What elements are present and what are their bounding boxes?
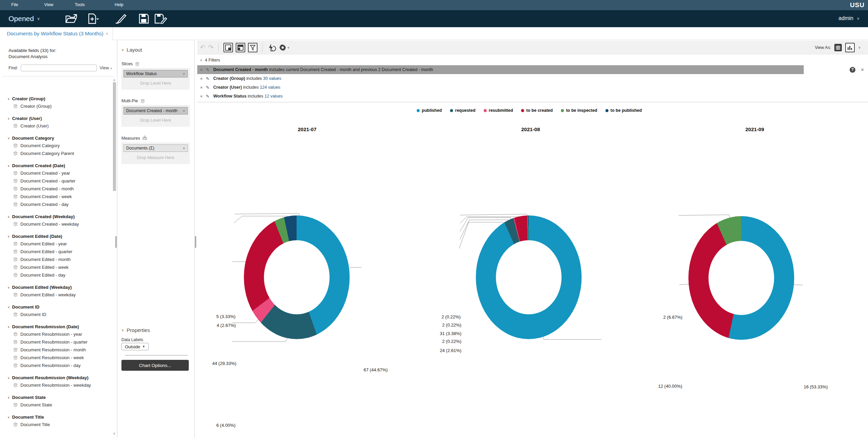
opened-dropdown[interactable]: Opened ∨ xyxy=(9,15,40,23)
scroll-down-icon[interactable]: ∨ xyxy=(112,432,116,435)
field-group-toggle[interactable]: ∨Document Title xyxy=(3,414,111,421)
field-group-toggle[interactable]: ∨Document Category xyxy=(3,135,111,142)
field-item[interactable]: Creator (User) xyxy=(3,122,111,130)
field-item[interactable]: Document Created - quarter xyxy=(3,177,111,185)
field-group-toggle[interactable]: ∨Document Resubmission (Date) xyxy=(3,323,111,330)
donut-2021-07[interactable] xyxy=(244,215,350,339)
slices-dropdown-value: Workflow Status xyxy=(126,71,157,76)
field-item[interactable]: Document Title xyxy=(3,421,111,428)
field-group-toggle[interactable]: ∨Document ID xyxy=(3,303,111,311)
chevron-down-icon[interactable]: ∨ xyxy=(858,46,861,49)
field-item[interactable]: Document Resubmission - year xyxy=(3,330,111,338)
filter-value-link[interactable]: 124 values xyxy=(260,85,280,90)
data-labels-dropdown[interactable]: Outside ▼ xyxy=(121,343,149,350)
filter-value-link[interactable]: 12 values xyxy=(265,94,283,99)
field-item[interactable]: Document Edited - month xyxy=(3,256,111,263)
field-group-toggle[interactable]: ∨Creator (User) xyxy=(3,115,111,122)
properties-section-header[interactable]: ∨ Properties xyxy=(121,327,190,333)
menu-help[interactable]: Help xyxy=(115,2,123,7)
slices-drop-zone[interactable]: Workflow Status ∨ Drop Level Here xyxy=(121,68,190,90)
help-icon[interactable]: ? xyxy=(850,67,855,73)
edit-filter-icon[interactable]: ✎ xyxy=(206,85,211,90)
view-dropdown[interactable]: View ∨ xyxy=(100,66,112,70)
layout-section-header[interactable]: ∨ Layout xyxy=(121,47,190,53)
field-item[interactable]: Document Category xyxy=(3,142,111,150)
multipie-drop-zone[interactable]: Document Created - month ∨ Drop Level He… xyxy=(121,105,190,127)
field-item[interactable]: Document Resubmission - week xyxy=(3,354,111,362)
field-group-toggle[interactable]: ∨Document Resubmission (Weekday) xyxy=(3,374,111,381)
scrollbar-thumb[interactable] xyxy=(113,82,116,191)
edit-pencil-icon[interactable] xyxy=(114,13,127,24)
field-group-toggle[interactable]: ∨Document Created (Date) xyxy=(3,162,111,169)
chart-options-button[interactable]: Chart Options... xyxy=(121,360,189,371)
filter-row-creator-user[interactable]: × ✎ Creator (User) includes 124 values xyxy=(197,83,868,92)
panel-layout-1-icon[interactable] xyxy=(223,43,233,52)
field-item[interactable]: Document Created - weekday xyxy=(3,220,111,228)
field-item[interactable]: Document Created - year xyxy=(3,169,111,177)
tab-documents-by-workflow-status[interactable]: Documents by Workflow Status (3 Months) … xyxy=(0,27,113,40)
tab-close-icon[interactable]: × xyxy=(105,31,108,36)
user-menu[interactable]: admin ∨ xyxy=(838,15,859,21)
view-as-table-icon[interactable] xyxy=(834,44,842,51)
menu-tools[interactable]: Tools xyxy=(75,2,85,7)
panel-splitter[interactable] xyxy=(115,236,117,248)
find-input[interactable] xyxy=(21,65,97,71)
view-as-chart-icon[interactable] xyxy=(845,43,855,52)
field-item[interactable]: Document Edited - year xyxy=(3,240,111,248)
remove-filter-icon[interactable]: × xyxy=(199,94,204,99)
edit-filter-icon[interactable]: ✎ xyxy=(206,67,211,72)
field-item[interactable]: Document Created - week xyxy=(3,193,111,200)
field-item[interactable]: Document Resubmission - day xyxy=(3,362,111,369)
measures-drop-zone[interactable]: Documents (Σ) ∨ Drop Measure Here xyxy=(121,142,190,164)
field-item[interactable]: Document Edited - week xyxy=(3,263,111,271)
filter-row-document-created-month[interactable]: × ✎ Document Created - month includes cu… xyxy=(197,65,804,74)
settings-menu[interactable]: ∨ xyxy=(279,44,290,51)
field-item[interactable]: Document State xyxy=(3,401,111,409)
field-item[interactable]: Document Created - day xyxy=(3,200,111,208)
save-as-icon[interactable] xyxy=(154,14,167,24)
undo-icon[interactable]: ↶ xyxy=(200,44,205,51)
remove-filter-icon[interactable]: × xyxy=(199,85,204,90)
filter-funnel-icon[interactable] xyxy=(248,43,257,52)
filters-header[interactable]: ∨ 4 Filters xyxy=(200,58,220,63)
multipie-dropdown[interactable]: Document Created - month ∨ xyxy=(123,107,188,115)
scroll-up-icon[interactable]: ∧ xyxy=(112,78,116,82)
open-report-icon[interactable] xyxy=(65,13,78,24)
edit-filter-icon[interactable]: ✎ xyxy=(206,94,211,99)
panel-layout-2-icon[interactable] xyxy=(236,43,245,52)
measures-dropdown[interactable]: Documents (Σ) ∨ xyxy=(123,144,188,152)
field-item[interactable]: Document Created - month xyxy=(3,185,111,193)
menu-view[interactable]: View xyxy=(44,2,53,7)
field-item[interactable]: Document Resubmission - weekday xyxy=(3,381,111,389)
menu-file[interactable]: File xyxy=(11,2,18,7)
field-item[interactable]: Document Edited - quarter xyxy=(3,248,111,256)
filter-value-link[interactable]: 30 values xyxy=(263,76,282,81)
auto-refresh-icon[interactable] xyxy=(267,43,276,52)
field-item[interactable]: Document Resubmission - month xyxy=(3,346,111,354)
field-group-toggle[interactable]: ∨Document Created (Weekday) xyxy=(3,213,111,220)
donut-2021-08[interactable] xyxy=(476,215,582,339)
donut-2021-09[interactable] xyxy=(688,216,794,340)
new-document-icon[interactable] xyxy=(87,13,99,24)
field-item[interactable]: Document Resubmission - quarter xyxy=(3,338,111,346)
edit-filter-icon[interactable]: ✎ xyxy=(206,76,211,81)
field-group-toggle[interactable]: ∨Document Edited (Date) xyxy=(3,233,111,240)
remove-filter-icon[interactable]: × xyxy=(199,67,204,72)
field-item[interactable]: Creator (Group) xyxy=(3,102,111,110)
field-item[interactable]: Document Edited - weekday xyxy=(3,291,111,299)
close-icon[interactable]: × xyxy=(861,67,864,72)
field-group-toggle[interactable]: ∨Document State xyxy=(3,394,111,401)
filter-row-workflow-status[interactable]: × ✎ Workflow Status includes 12 values xyxy=(197,92,868,101)
field-item[interactable]: Document ID xyxy=(3,311,111,318)
redo-icon[interactable]: ↷ xyxy=(208,44,214,51)
field-item[interactable]: Document Category Parent xyxy=(3,150,111,157)
remove-filter-icon[interactable]: × xyxy=(199,76,204,81)
field-group-toggle[interactable]: ∨Creator (Group) xyxy=(3,95,111,102)
slices-dropdown[interactable]: Workflow Status ∨ xyxy=(123,70,188,77)
filter-row-creator-group[interactable]: × ✎ Creator (Group) includes 30 values xyxy=(197,74,868,83)
field-item[interactable]: Document Edited - day xyxy=(3,271,111,279)
field-group-toggle[interactable]: ∨Document Edited (Weekday) xyxy=(3,284,111,291)
chevron-down-icon: ∨ xyxy=(183,72,185,75)
panel-splitter[interactable] xyxy=(195,236,196,248)
save-icon[interactable] xyxy=(139,14,149,24)
